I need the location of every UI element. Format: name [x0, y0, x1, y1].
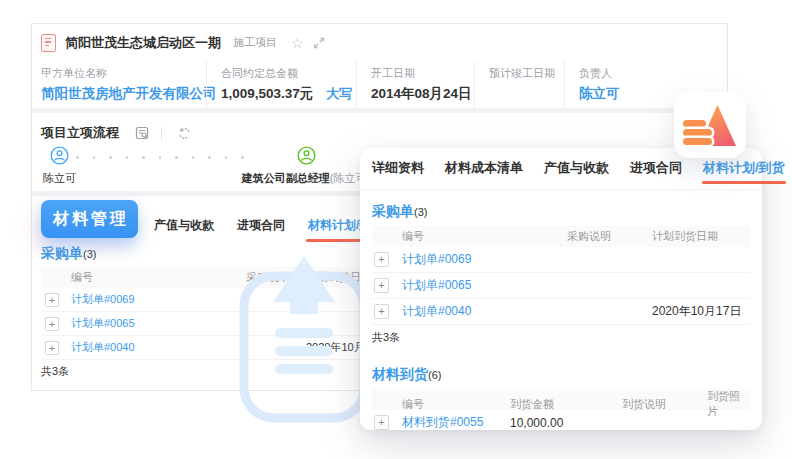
- field-label: 预计竣工日期: [489, 66, 564, 81]
- table-row: + 计划单#0040 2020年10月17日: [372, 299, 750, 325]
- table-row: + 材料到货#0055 10,000.00: [372, 410, 750, 435]
- field-expected-completion: 预计竣工日期: [474, 61, 564, 108]
- table-header: 编号 到货金额 到货说明 到货照片: [372, 389, 750, 410]
- project-summary-fields: 甲方单位名称 简阳世茂房地产开发有限公司 合同约定总金额 1,009,503.3…: [32, 61, 727, 108]
- plan-order-link[interactable]: 计划单#0065: [402, 277, 567, 294]
- plan-order-link[interactable]: 计划单#0069: [402, 251, 567, 268]
- date-cell: 2020年10月17日: [652, 303, 750, 320]
- table-footer-count: 共3条: [372, 325, 750, 349]
- person-icon-green: [297, 146, 316, 165]
- col-planned-arrival-date: 计划到货日期: [652, 229, 750, 244]
- plan-order-link[interactable]: 计划单#0040: [402, 303, 567, 320]
- purchase-title-text: 采购单: [41, 245, 83, 261]
- panel-body: 采购单(3) 编号 采购说明 计划到货日期 + 计划单#0069 + 计划单#0…: [360, 203, 762, 435]
- owner-company-link[interactable]: 简阳世茂房地产开发有限公司: [41, 85, 206, 103]
- fullscreen-icon[interactable]: [313, 37, 325, 49]
- purchase-count: (3): [83, 248, 96, 260]
- contract-amount-value: 1,009,503.37元大写: [221, 85, 356, 103]
- purchase-section-title: 采购单(3): [41, 245, 96, 263]
- project-title: 简阳世茂生态城启动区一期: [65, 34, 221, 52]
- field-owner-company: 甲方单位名称 简阳世茂房地产开发有限公司: [32, 61, 206, 108]
- brand-bar-icon: [683, 129, 712, 136]
- arrival-table: 编号 到货金额 到货说明 到货照片 + 材料到货#0055 10,000.00: [372, 389, 750, 435]
- col-arrival-photo: 到货照片: [707, 389, 750, 419]
- plan-order-link[interactable]: 计划单#0065: [71, 316, 246, 331]
- refresh-icon[interactable]: [178, 127, 191, 140]
- field-label: 合同约定总金额: [221, 66, 356, 81]
- plan-order-link[interactable]: 计划单#0069: [71, 292, 246, 307]
- flow-section-title: 项目立项流程: [41, 124, 119, 142]
- person-icon-blue: [50, 146, 69, 165]
- arrival-order-link[interactable]: 材料到货#0055: [402, 414, 510, 431]
- field-start-date: 开工日期 2014年08月24日: [356, 61, 474, 108]
- brand-logo-card: [674, 92, 746, 158]
- plan-order-link[interactable]: 计划单#0040: [71, 340, 246, 355]
- brand-bar-icon: [683, 120, 706, 127]
- arrival-section-title: 材料到货(6): [372, 366, 750, 384]
- expand-row-button[interactable]: +: [374, 415, 389, 430]
- col-purchase-note: 采购说明: [246, 270, 306, 285]
- tab-detail-info[interactable]: 详细资料: [372, 159, 424, 189]
- project-title-row: 简阳世茂生态城启动区一期 施工项目 ☆: [32, 24, 727, 61]
- tab-material-cost-list[interactable]: 材料成本清单: [445, 159, 523, 189]
- expand-row-button[interactable]: +: [45, 317, 59, 331]
- favorite-star-icon[interactable]: ☆: [291, 36, 304, 50]
- tab-material-plan-arrival[interactable]: 材料计划/到货: [703, 159, 785, 189]
- flow-dotted-connector: [76, 156, 244, 159]
- brand-bar-icon: [683, 138, 712, 145]
- purchase-count: (3): [414, 206, 427, 218]
- arrival-count: (6): [428, 369, 441, 381]
- tab-output-and-receipts[interactable]: 产值与收款: [544, 159, 609, 189]
- start-date-value: 2014年08月24日: [371, 85, 474, 103]
- amount-text: 1,009,503.37元: [221, 86, 313, 101]
- project-type-tag: 施工项目: [233, 35, 277, 50]
- table-row: + 计划单#0069: [372, 247, 750, 273]
- field-label: 负责人: [579, 66, 727, 81]
- purchase-table-panel: 编号 采购说明 计划到货日期 + 计划单#0069 + 计划单#0065: [372, 226, 750, 349]
- uppercase-toggle[interactable]: 大写: [326, 86, 352, 101]
- col-number: 编号: [402, 229, 567, 244]
- expand-row-button[interactable]: +: [45, 293, 59, 307]
- col-arrival-amount: 到货金额: [510, 397, 622, 412]
- tab-output-and-receipts[interactable]: 产值与收款: [154, 217, 214, 242]
- material-management-button[interactable]: 材料管理: [41, 200, 138, 238]
- tab-input-contracts[interactable]: 进项合同: [237, 217, 285, 242]
- expand-row-button[interactable]: +: [374, 278, 389, 293]
- project-document-icon: [41, 34, 56, 52]
- amount-cell: 10,000.00: [510, 416, 622, 430]
- expand-row-button[interactable]: +: [374, 252, 389, 267]
- divider: [161, 127, 162, 140]
- flow-preview-icon[interactable]: [135, 126, 149, 140]
- table-header: 编号 采购说明 计划到货日期: [372, 226, 750, 247]
- col-number: 编号: [71, 270, 246, 285]
- purchase-section-title: 采购单(3): [372, 203, 750, 221]
- expand-row-button[interactable]: +: [45, 341, 59, 355]
- detail-panel: 详细资料 材料成本清单 产值与收款 进项合同 材料计划/到货 劳务工人 采购单(…: [360, 148, 762, 430]
- purchase-title-text: 采购单: [372, 203, 414, 219]
- col-purchase-note: 采购说明: [567, 229, 652, 244]
- expand-row-button[interactable]: +: [374, 304, 389, 319]
- tab-input-contracts[interactable]: 进项合同: [630, 159, 682, 189]
- field-label: 甲方单位名称: [41, 66, 206, 81]
- col-number: 编号: [402, 397, 510, 412]
- flow-node-start[interactable]: 陈立可: [43, 146, 76, 186]
- field-label: 开工日期: [371, 66, 474, 81]
- flow-end-role: 建筑公司副总经理: [242, 172, 330, 184]
- col-arrival-note: 到货说明: [622, 397, 707, 412]
- arrival-title-text: 材料到货: [372, 366, 428, 382]
- field-contract-amount: 合同约定总金额 1,009,503.37元大写: [206, 61, 356, 108]
- flow-start-name: 陈立可: [43, 171, 76, 186]
- page: 简阳世茂生态城启动区一期 施工项目 ☆ 甲方单位名称 简阳世茂房地产开发有限公司…: [0, 0, 792, 459]
- table-row: + 计划单#0065: [372, 273, 750, 299]
